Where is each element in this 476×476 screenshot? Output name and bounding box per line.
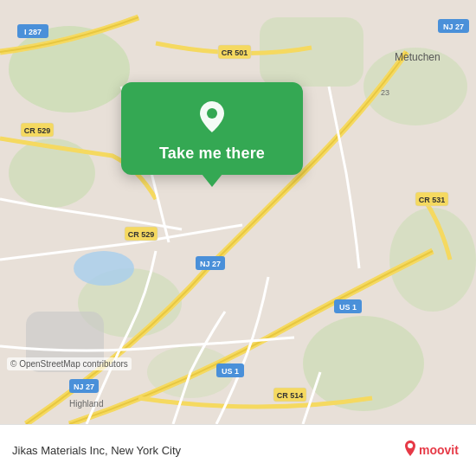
svg-text:CR 501: CR 501: [222, 48, 248, 57]
svg-text:NJ 27: NJ 27: [74, 383, 94, 391]
svg-point-37: [408, 443, 413, 448]
svg-text:CR 514: CR 514: [277, 391, 304, 400]
svg-text:NJ 27: NJ 27: [200, 260, 221, 268]
svg-text:moovit: moovit: [419, 443, 459, 457]
svg-text:I 287: I 287: [24, 28, 42, 36]
place-name-text: Jikas Materials Inc, New York City: [12, 444, 403, 457]
svg-text:US 1: US 1: [339, 303, 357, 312]
svg-point-5: [389, 208, 476, 312]
moovit-logo: moovit: [403, 439, 464, 463]
svg-point-36: [207, 108, 217, 119]
svg-text:Metuchen: Metuchen: [395, 51, 441, 63]
svg-text:CR 531: CR 531: [419, 196, 446, 204]
svg-text:23: 23: [381, 88, 389, 97]
svg-text:Highland: Highland: [69, 399, 103, 408]
svg-point-10: [74, 251, 134, 286]
svg-point-6: [303, 316, 424, 411]
callout-label: Take me there: [159, 145, 265, 163]
bottom-bar: Jikas Materials Inc, New York City moovi…: [0, 424, 476, 476]
copyright-notice: © OpenStreetMap contributors: [7, 357, 132, 370]
callout-popup[interactable]: Take me there: [121, 82, 303, 175]
svg-text:US 1: US 1: [222, 367, 239, 376]
svg-text:CR 529: CR 529: [24, 126, 51, 135]
map-container: I 287 NJ 27 NJ 27 US 1 US 1 CR 501 CR 52…: [0, 0, 476, 424]
svg-text:CR 529: CR 529: [128, 230, 155, 239]
svg-text:NJ 27: NJ 27: [443, 23, 464, 31]
moovit-logo-icon: moovit: [403, 439, 464, 463]
location-pin-icon: [193, 98, 231, 136]
